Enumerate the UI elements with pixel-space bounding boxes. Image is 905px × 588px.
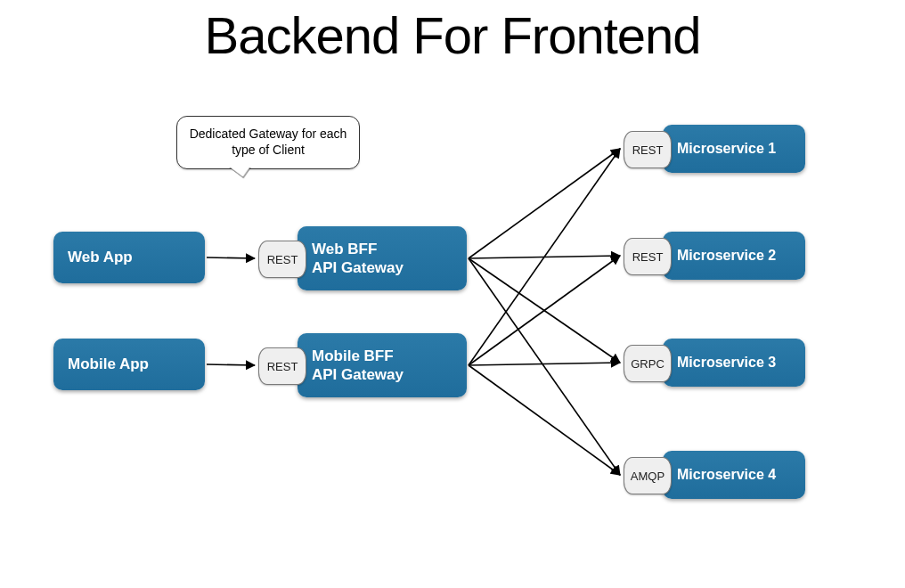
service-label: Microservice 2 [663, 247, 776, 265]
service-label: Microservice 4 [663, 466, 776, 484]
edge-mobile-bff-to-ms2 [469, 256, 620, 365]
gateway-label: Web BFF API Gateway [298, 240, 404, 278]
service-box-ms1: Microservice 1 [663, 125, 805, 173]
edge-mobile-bff-to-ms3 [469, 363, 620, 365]
protocol-badge-amqp: AMQP [624, 457, 672, 494]
page-title: Backend For Frontend [0, 5, 905, 65]
edge-web-bff-to-ms3 [469, 258, 620, 363]
gateway-box-web-bff: Web BFF API Gateway [298, 226, 467, 290]
service-box-ms2: Microservice 2 [663, 232, 805, 280]
edge-mobile-bff-to-ms1 [469, 149, 620, 365]
callout-text: Dedicated Gateway for each type of Clien… [190, 127, 347, 157]
connection-layer [0, 0, 905, 588]
edge-mobile-bff-to-ms4 [469, 365, 620, 475]
protocol-badge-rest: REST [258, 241, 306, 278]
client-label: Mobile App [53, 355, 149, 373]
service-label: Microservice 3 [663, 354, 776, 372]
client-label: Web App [53, 248, 133, 266]
client-box-web: Web App [53, 232, 205, 283]
edge-web-to-web-bff [207, 257, 255, 258]
diagram-stage: Backend For Frontend Dedicated Gateway f… [0, 0, 905, 588]
service-box-ms3: Microservice 3 [663, 339, 805, 387]
gateway-box-mobile-bff: Mobile BFF API Gateway [298, 333, 467, 397]
edge-web-bff-to-ms2 [469, 256, 620, 258]
callout-bubble: Dedicated Gateway for each type of Clien… [176, 116, 360, 169]
protocol-badge-grpc: GRPC [624, 345, 672, 382]
edge-web-bff-to-ms1 [469, 149, 620, 258]
edge-web-bff-to-ms4 [469, 258, 620, 475]
edge-mobile-to-mobile-bff [207, 364, 255, 365]
service-label: Microservice 1 [663, 140, 776, 158]
client-box-mobile: Mobile App [53, 339, 205, 390]
service-box-ms4: Microservice 4 [663, 451, 805, 499]
protocol-badge-rest: REST [624, 238, 672, 275]
protocol-badge-rest: REST [624, 131, 672, 168]
protocol-badge-rest: REST [258, 347, 306, 385]
gateway-label: Mobile BFF API Gateway [298, 347, 404, 385]
